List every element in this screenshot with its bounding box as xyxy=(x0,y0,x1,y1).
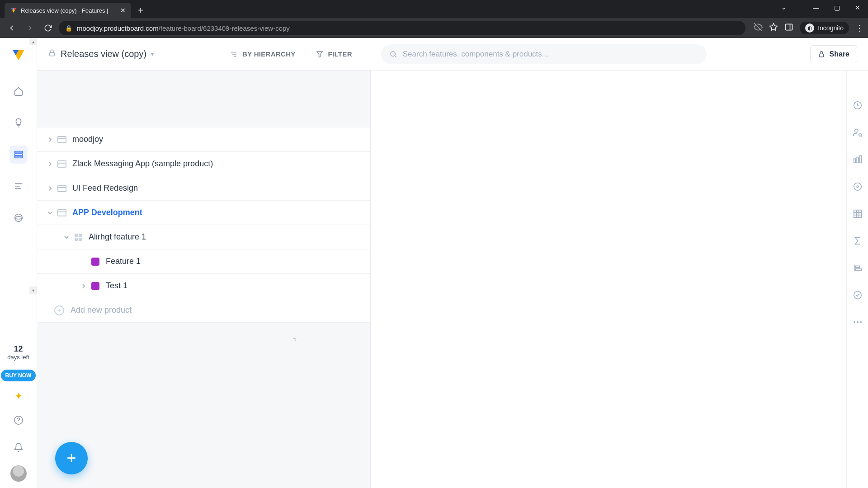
check-circle-icon[interactable] xyxy=(852,289,863,301)
expand-toggle[interactable] xyxy=(45,186,55,191)
svg-point-31 xyxy=(859,134,861,136)
svg-rect-10 xyxy=(14,156,22,158)
forward-button[interactable] xyxy=(23,21,37,35)
group-by-hierarchy-button[interactable]: BY HIERARCHY xyxy=(230,50,296,58)
svg-rect-24 xyxy=(819,54,823,57)
component-row[interactable]: Alirhgt feature 1 xyxy=(37,225,370,249)
productboard-logo-icon[interactable] xyxy=(12,48,25,61)
hierarchy-header-spacer xyxy=(37,70,370,127)
svg-rect-28 xyxy=(79,238,82,241)
new-tab-button[interactable]: + xyxy=(134,4,147,17)
svg-point-37 xyxy=(857,186,859,188)
svg-rect-17 xyxy=(50,52,55,56)
close-tab-icon[interactable]: ✕ xyxy=(120,7,126,14)
buy-now-button[interactable]: BUY NOW xyxy=(1,370,36,381)
scroll-up-icon[interactable]: ▴ xyxy=(29,38,37,45)
nav-roadmap[interactable] xyxy=(9,177,28,195)
releases-icon[interactable] xyxy=(852,154,863,165)
grid-icon[interactable] xyxy=(852,208,863,220)
lock-icon: 🔒 xyxy=(65,25,72,32)
productboard-favicon-icon xyxy=(10,7,17,14)
star-icon[interactable] xyxy=(769,23,778,33)
expand-toggle[interactable] xyxy=(79,283,89,289)
upgrade-sparkle-icon[interactable]: ✦ xyxy=(14,390,23,402)
panel-icon[interactable] xyxy=(784,23,793,33)
view-title[interactable]: Releases view (copy) ▾ xyxy=(48,49,154,59)
feature-row[interactable]: Feature 1 xyxy=(37,249,370,274)
svg-point-30 xyxy=(854,129,858,132)
product-tree: moodjoy Zlack Messaging App (sample prod… xyxy=(37,127,370,323)
share-button[interactable]: Share xyxy=(810,45,857,63)
collapse-toggle[interactable] xyxy=(45,210,55,216)
filter-button[interactable]: FILTER xyxy=(316,50,352,58)
user-avatar[interactable] xyxy=(10,465,27,482)
tab-title: Releases view (copy) - Features | xyxy=(21,7,117,14)
incognito-badge[interactable]: ◐ Incognito xyxy=(800,22,849,34)
product-icon xyxy=(57,159,67,169)
overflow-menu-icon[interactable]: ⋮ xyxy=(855,23,863,33)
sigma-icon[interactable] xyxy=(852,235,863,247)
add-product-row[interactable]: + Add new product xyxy=(37,298,370,323)
lock-icon xyxy=(818,51,825,58)
expand-toggle[interactable] xyxy=(45,161,55,167)
plus-circle-icon: + xyxy=(54,305,64,315)
nav-insights[interactable] xyxy=(9,114,28,132)
search-box[interactable] xyxy=(381,44,707,64)
reload-button[interactable] xyxy=(41,21,55,35)
incognito-icon: ◐ xyxy=(805,23,814,33)
svg-marker-21 xyxy=(317,52,322,57)
svg-rect-26 xyxy=(79,234,82,237)
product-icon xyxy=(57,135,67,145)
nav-home[interactable] xyxy=(9,82,28,100)
svg-line-23 xyxy=(395,56,396,57)
right-tool-rail xyxy=(846,70,868,488)
history-icon[interactable] xyxy=(852,99,863,111)
window-controls: ― ▢ ✕ xyxy=(806,0,868,15)
notifications-button[interactable] xyxy=(9,438,28,456)
svg-rect-9 xyxy=(14,154,22,155)
feature-row[interactable]: Test 1 xyxy=(37,274,370,298)
align-icon[interactable] xyxy=(852,262,863,274)
people-icon[interactable] xyxy=(852,127,863,138)
product-row-ui-feed[interactable]: UI Feed Redesign xyxy=(37,176,370,201)
browser-tab-strip: Releases view (copy) - Features | ✕ + ⌄ … xyxy=(0,0,868,18)
search-icon xyxy=(389,50,397,58)
more-icon[interactable] xyxy=(852,316,863,328)
cursor-icon xyxy=(292,334,297,343)
tabs-dropdown-icon[interactable]: ⌄ xyxy=(781,4,787,11)
svg-rect-25 xyxy=(75,234,78,237)
svg-rect-34 xyxy=(857,157,859,163)
product-row-moodjoy[interactable]: moodjoy xyxy=(37,127,370,152)
scroll-down-icon[interactable]: ▾ xyxy=(29,286,37,294)
minimize-button[interactable]: ― xyxy=(806,0,826,15)
url-bar[interactable]: 🔒 moodjoy.productboard.com/feature-board… xyxy=(59,21,745,35)
product-icon xyxy=(57,183,67,193)
eye-off-icon[interactable] xyxy=(754,23,763,33)
dropdown-caret-icon[interactable]: ▾ xyxy=(151,51,154,57)
url-text: moodjoy.productboard.com/feature-board/6… xyxy=(77,24,290,32)
component-name: Alirhgt feature 1 xyxy=(89,232,146,242)
create-fab[interactable]: + xyxy=(55,442,88,474)
product-name: UI Feed Redesign xyxy=(72,183,138,193)
feature-name: Feature 1 xyxy=(106,257,141,266)
svg-point-14 xyxy=(14,214,22,222)
svg-line-32 xyxy=(861,136,861,136)
svg-rect-27 xyxy=(75,238,78,241)
back-button[interactable] xyxy=(5,21,19,35)
nav-portal[interactable] xyxy=(9,209,28,227)
browser-tab[interactable]: Releases view (copy) - Features | ✕ xyxy=(5,3,131,18)
expand-toggle[interactable] xyxy=(45,137,55,142)
product-row-app-development[interactable]: APP Development xyxy=(37,201,370,225)
maximize-button[interactable]: ▢ xyxy=(826,0,847,15)
svg-marker-3 xyxy=(770,23,778,31)
help-button[interactable] xyxy=(9,411,28,429)
product-row-zlack[interactable]: Zlack Messaging App (sample product) xyxy=(37,152,370,176)
close-window-button[interactable]: ✕ xyxy=(847,0,868,15)
collapse-toggle[interactable] xyxy=(61,235,71,240)
search-input[interactable] xyxy=(403,50,698,59)
nav-features[interactable] xyxy=(9,145,28,164)
target-icon[interactable] xyxy=(852,181,863,192)
page-header: Releases view (copy) ▾ BY HIERARCHY FILT… xyxy=(37,38,868,70)
timeline-area[interactable] xyxy=(371,70,868,488)
product-icon xyxy=(57,208,67,218)
